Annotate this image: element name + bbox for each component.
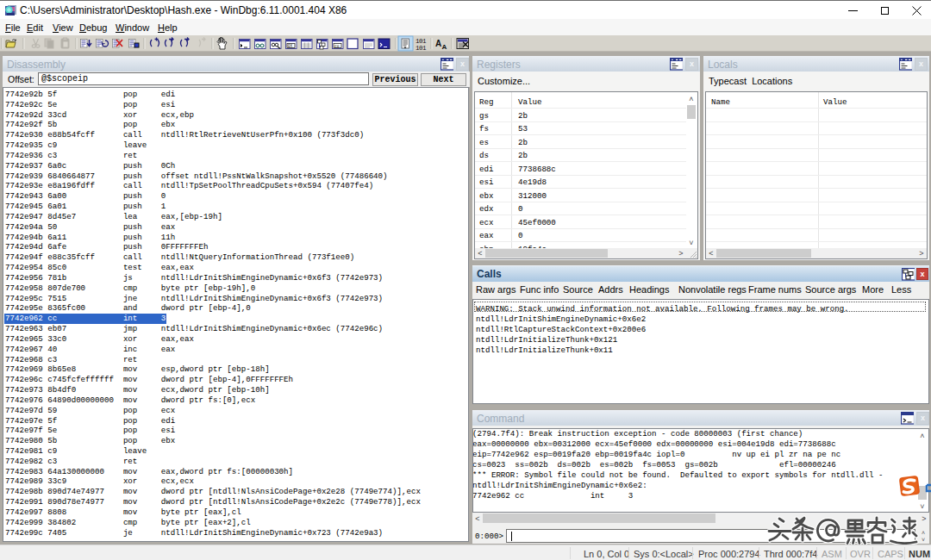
svg-text:A: A [435, 39, 441, 48]
svg-text:A: A [442, 43, 447, 51]
svg-text:0X: 0X [288, 44, 293, 48]
svg-text:101: 101 [416, 45, 427, 52]
svg-text:co: co [334, 44, 340, 48]
